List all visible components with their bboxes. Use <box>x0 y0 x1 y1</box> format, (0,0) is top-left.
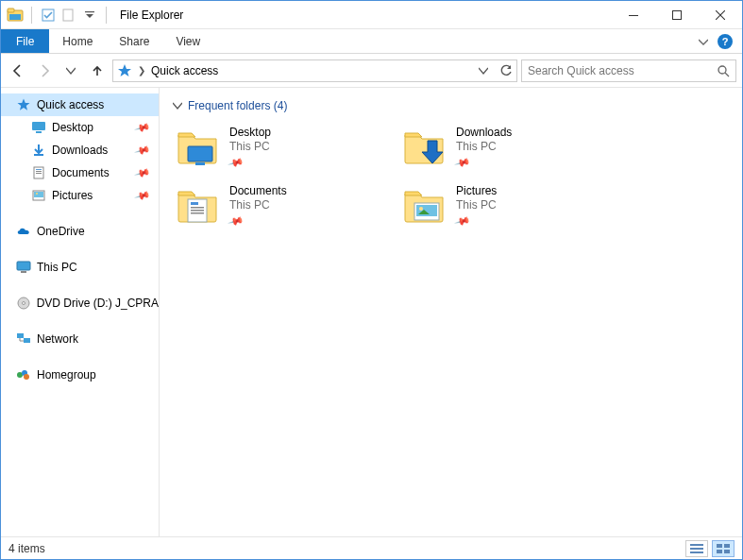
sidebar-item-desktop[interactable]: Desktop 📌 <box>1 116 159 139</box>
folder-tile-documents[interactable]: Documents This PC 📌 <box>173 180 399 239</box>
sidebar-item-label: OneDrive <box>37 225 85 238</box>
svg-rect-4 <box>63 9 73 21</box>
chevron-down-icon <box>173 101 182 110</box>
window-controls <box>612 1 742 28</box>
tile-sub: This PC <box>456 198 497 212</box>
sidebar-item-label: Homegroup <box>37 368 96 382</box>
sidebar-item-downloads[interactable]: Downloads 📌 <box>1 139 159 161</box>
file-explorer-window: File Explorer File Home Share View ? ❯ Q… <box>0 0 743 560</box>
sidebar-item-label: DVD Drive (D:) J_CPRA <box>37 297 159 310</box>
ribbon-collapse-icon[interactable] <box>699 37 708 46</box>
recent-locations-button[interactable] <box>59 59 82 82</box>
separator <box>31 7 32 24</box>
tile-sub: This PC <box>229 198 287 212</box>
downloads-icon <box>31 143 46 158</box>
svg-rect-32 <box>191 210 204 212</box>
navigation-bar: ❯ Quick access Search Quick access <box>1 54 742 88</box>
svg-rect-16 <box>34 192 43 197</box>
view-large-icons-button[interactable] <box>712 540 735 557</box>
chevron-right-icon[interactable]: ❯ <box>138 65 145 76</box>
sidebar-item-documents[interactable]: Documents 📌 <box>1 161 159 184</box>
qat-customize-icon[interactable] <box>81 7 98 24</box>
svg-rect-5 <box>85 11 94 12</box>
star-icon <box>16 97 31 112</box>
up-button[interactable] <box>86 59 109 82</box>
pin-icon: 📌 <box>454 154 470 170</box>
address-dropdown-icon[interactable] <box>479 66 488 76</box>
sidebar-item-pictures[interactable]: Pictures 📌 <box>1 184 159 207</box>
tile-name: Pictures <box>456 184 497 197</box>
svg-rect-12 <box>36 169 42 170</box>
svg-rect-7 <box>673 10 682 19</box>
svg-rect-14 <box>36 173 42 174</box>
svg-rect-38 <box>690 548 703 550</box>
tab-file[interactable]: File <box>1 29 49 53</box>
folder-tile-pictures[interactable]: Pictures This PC 📌 <box>399 180 626 239</box>
breadcrumb-quick-access[interactable]: Quick access <box>151 64 218 77</box>
svg-rect-28 <box>195 162 205 165</box>
pictures-icon <box>31 188 46 203</box>
network-icon <box>16 331 31 347</box>
app-icon <box>7 7 24 24</box>
svg-rect-41 <box>724 544 730 548</box>
window-title: File Explorer <box>120 8 183 22</box>
svg-rect-31 <box>191 207 204 209</box>
minimize-button[interactable] <box>612 1 655 28</box>
svg-rect-43 <box>724 550 730 553</box>
svg-rect-18 <box>17 262 30 270</box>
sidebar-item-network[interactable]: Network <box>1 328 159 350</box>
forward-button[interactable] <box>33 59 56 82</box>
folder-desktop-icon <box>175 124 220 169</box>
tile-name: Documents <box>229 184 287 197</box>
svg-rect-40 <box>717 544 722 548</box>
tile-name: Downloads <box>456 126 512 139</box>
dvd-icon <box>16 296 31 311</box>
sidebar-item-label: Desktop <box>52 121 93 134</box>
status-bar: 4 items <box>1 536 742 559</box>
homegroup-icon <box>16 367 31 382</box>
view-details-button[interactable] <box>685 540 708 557</box>
address-bar[interactable]: ❯ Quick access <box>112 59 517 82</box>
help-icon[interactable]: ? <box>718 34 733 49</box>
pin-icon: 📌 <box>454 212 470 229</box>
tab-home[interactable]: Home <box>49 29 106 53</box>
back-button[interactable] <box>7 59 29 82</box>
search-box[interactable]: Search Quick access <box>521 59 736 82</box>
svg-point-8 <box>718 66 726 74</box>
sidebar-item-this-pc[interactable]: This PC <box>1 256 159 279</box>
pin-icon: 📌 <box>228 212 244 229</box>
folder-documents-icon <box>175 182 220 228</box>
sidebar-item-onedrive[interactable]: OneDrive <box>1 220 159 243</box>
content-pane[interactable]: Frequent folders (4) Desktop This PC 📌 <box>160 88 742 536</box>
group-header-frequent[interactable]: Frequent folders (4) <box>173 97 729 122</box>
tab-share[interactable]: Share <box>106 29 162 53</box>
tile-name: Desktop <box>229 126 271 139</box>
tab-view[interactable]: View <box>162 29 213 53</box>
tiles-container: Desktop This PC 📌 Downloads This PC 📌 <box>173 122 729 239</box>
close-button[interactable] <box>699 1 742 28</box>
sidebar-item-dvd[interactable]: DVD Drive (D:) J_CPRA <box>1 292 159 314</box>
svg-rect-35 <box>416 205 437 216</box>
folder-downloads-icon <box>401 124 447 169</box>
svg-point-26 <box>24 374 29 380</box>
svg-rect-13 <box>36 171 42 172</box>
qat-properties-icon[interactable] <box>40 7 57 24</box>
svg-rect-23 <box>24 338 30 343</box>
maximize-button[interactable] <box>655 1 699 28</box>
pin-icon: 📌 <box>134 164 152 181</box>
svg-rect-30 <box>191 202 198 205</box>
folder-tile-desktop[interactable]: Desktop This PC 📌 <box>173 122 399 180</box>
svg-point-21 <box>22 302 25 305</box>
qat-newfolder-icon[interactable] <box>60 7 77 24</box>
search-placeholder: Search Quick access <box>528 64 634 77</box>
body: Quick access Desktop 📌 Downloads 📌 Docum… <box>1 88 742 536</box>
folder-tile-downloads[interactable]: Downloads This PC 📌 <box>399 122 626 180</box>
svg-rect-19 <box>21 271 26 273</box>
sidebar-item-homegroup[interactable]: Homegroup <box>1 364 159 386</box>
svg-rect-22 <box>17 333 24 338</box>
quick-access-toolbar: File Explorer <box>1 7 183 24</box>
svg-rect-33 <box>191 212 204 214</box>
sidebar-item-quick-access[interactable]: Quick access <box>1 93 159 116</box>
refresh-icon[interactable] <box>499 64 513 77</box>
svg-point-17 <box>36 193 38 195</box>
